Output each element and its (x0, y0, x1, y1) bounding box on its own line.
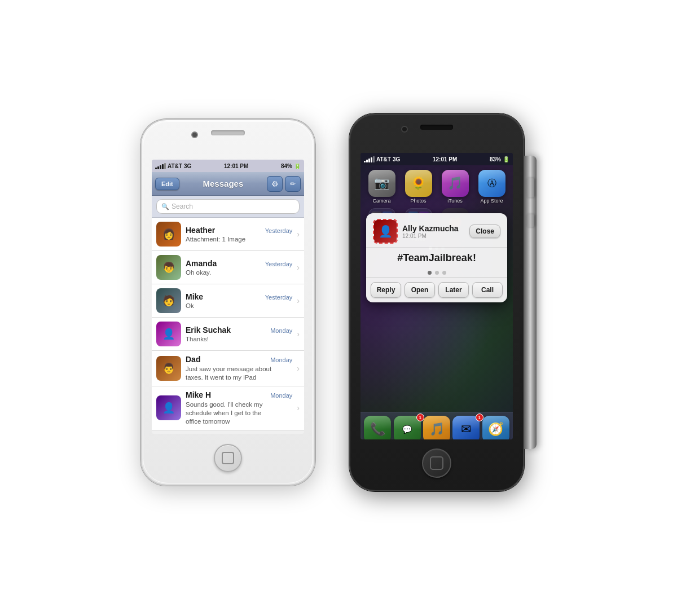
nav-bar-white: Edit Messages ⚙ ✏ (152, 172, 304, 196)
speaker-black (420, 125, 453, 130)
dock-row: 📞 Phone 💬 1 biteSMS 🎵 Music (363, 416, 511, 439)
signal-bars-black (364, 156, 375, 162)
volume-down-button[interactable] (526, 214, 534, 227)
notification-sender: Ally Kazmucha (402, 224, 465, 233)
iphone-black: AT&T 3G 12:01 PM 83% 🔋 (349, 113, 524, 491)
message-header: Erik Suchak Monday (186, 325, 292, 335)
itunes-app-icon[interactable]: 🎵 (442, 170, 469, 197)
message-content: Amanda Yesterday Oh okay. (186, 259, 292, 276)
settings-icon[interactable]: ⚙ (267, 176, 283, 192)
list-item[interactable]: 🧑 Mike Yesterday Ok › (152, 284, 304, 318)
app-icon-wrap-camera[interactable]: 📷 Camera (366, 170, 398, 204)
notification-dots (366, 269, 507, 277)
message-header: Mike Yesterday (186, 292, 292, 301)
edit-button[interactable]: Edit (155, 178, 179, 190)
notification-popup: 👤 Ally Kazmucha 12:01 PM Close #TeamJail… (366, 213, 507, 302)
network-black: 3G (393, 156, 400, 162)
list-item[interactable]: 👦 Amanda Yesterday Oh okay. › (152, 251, 304, 284)
dock-sms[interactable]: 💬 1 biteSMS (392, 416, 421, 439)
appstore-app-icon[interactable]: Ⓐ (478, 170, 505, 197)
sender-name: Heather (186, 226, 215, 235)
message-time: Yesterday (265, 227, 293, 234)
photos-app-icon[interactable]: 🌻 (405, 170, 432, 197)
notification-later-button[interactable]: Later (438, 282, 469, 298)
notification-actions: Reply Open Later Call (366, 277, 507, 302)
message-header: Heather Yesterday (186, 226, 292, 235)
status-left-black: AT&T 3G (364, 156, 400, 162)
notification-open-button[interactable]: Open (405, 282, 435, 298)
message-content: Mike H Monday Sounds good. I'll check my… (186, 390, 292, 426)
chevron-right-icon: › (297, 263, 300, 272)
status-left: AT&T 3G (155, 163, 191, 169)
message-time: Yesterday (265, 294, 293, 301)
message-time: Monday (270, 327, 292, 334)
notification-call-button[interactable]: Call (472, 282, 503, 298)
notif-dot-2 (435, 271, 439, 275)
battery-icon-black: 🔋 (503, 156, 509, 162)
avatar-initials: 👦 (156, 255, 181, 280)
compose-icon[interactable]: ✏ (285, 176, 301, 192)
list-item[interactable]: 👤 Erik Suchak Monday Thanks! › (152, 318, 304, 351)
volume-up-button[interactable] (526, 178, 534, 197)
list-item[interactable]: 👩 Heather Yesterday Attachment: 1 Image … (152, 218, 304, 251)
search-input-field[interactable]: 🔍 Search (156, 199, 300, 214)
notif-dot-1 (428, 271, 432, 275)
safari-dock-icon[interactable]: 🧭 (482, 416, 509, 439)
camera-app-icon[interactable]: 📷 (368, 170, 395, 197)
search-icon: 🔍 (161, 203, 169, 210)
carrier-white: AT&T (168, 163, 182, 169)
sender-name: Erik Suchak (186, 325, 231, 335)
message-content: Erik Suchak Monday Thanks! (186, 325, 292, 342)
list-item[interactable]: 👨 Dad Monday Just saw your message about… (152, 351, 304, 386)
status-right-black: 83% 🔋 (490, 156, 509, 162)
app-icon-wrap-appstore[interactable]: Ⓐ App Store (476, 170, 508, 204)
home-button-white[interactable] (214, 444, 242, 472)
iphone-black-wrapper: AT&T 3G 12:01 PM 83% 🔋 (349, 113, 537, 491)
dock-phone[interactable]: 📞 Phone (363, 416, 392, 439)
home-button-black[interactable] (422, 448, 451, 478)
sender-name: Amanda (186, 259, 217, 268)
avatar: 👦 (156, 255, 181, 280)
message-header: Mike H Monday (186, 390, 292, 399)
dock-safari[interactable]: 🧭 Safari (481, 416, 511, 439)
messages-title: Messages (203, 179, 244, 188)
dock-mail[interactable]: ✉ 1 Mail (451, 416, 481, 439)
battery-icon-white: 🔋 (294, 163, 301, 169)
chevron-right-icon: › (297, 230, 300, 239)
app-icon-wrap-itunes[interactable]: 🎵 iTunes (439, 170, 472, 204)
list-item[interactable]: 👤 Mike H Monday Sounds good. I'll check … (152, 386, 304, 430)
phone-dock-icon[interactable]: 📞 (364, 416, 391, 439)
notification-reply-button[interactable]: Reply (371, 282, 401, 298)
messages-list: 👩 Heather Yesterday Attachment: 1 Image … (152, 218, 304, 430)
battery-white: 84% (281, 163, 292, 169)
avatar-initials: 🧑 (156, 288, 181, 313)
message-content: Mike Yesterday Ok (186, 292, 292, 309)
message-content: Heather Yesterday Attachment: 1 Image (186, 226, 292, 243)
app-icon-wrap-photos[interactable]: 🌻 Photos (402, 170, 435, 204)
sms-badge: 1 (416, 413, 424, 421)
carrier-black: AT&T (376, 156, 391, 162)
avatar: 👤 (156, 395, 181, 420)
sender-name: Dad (186, 355, 200, 364)
signal-bar-3 (160, 165, 161, 169)
sender-name: Mike (186, 292, 203, 301)
chevron-right-icon: › (297, 403, 300, 412)
message-time: Yesterday (265, 261, 293, 267)
side-band (524, 156, 537, 449)
message-preview: Just saw your message about taxes. It we… (186, 365, 276, 382)
dock: 📞 Phone 💬 1 biteSMS 🎵 Music (361, 412, 513, 439)
message-preview: Sounds good. I'll check my schedule when… (186, 401, 276, 426)
sender-name: Mike H (186, 390, 211, 399)
music-dock-icon[interactable]: 🎵 (423, 416, 450, 439)
notification-info: Ally Kazmucha 12:01 PM (402, 224, 465, 239)
message-time: Monday (270, 392, 292, 399)
notif-dot-3 (442, 271, 446, 275)
avatar-initials: 👤 (156, 395, 181, 420)
dock-music[interactable]: 🎵 Music (422, 416, 451, 439)
search-bar[interactable]: 🔍 Search (152, 196, 304, 218)
notification-close-button[interactable]: Close (469, 225, 500, 238)
message-header: Dad Monday (186, 355, 292, 364)
avatar-initials: 👤 (156, 322, 181, 346)
speaker-white (211, 130, 245, 135)
camera-app-label: Camera (372, 198, 390, 204)
